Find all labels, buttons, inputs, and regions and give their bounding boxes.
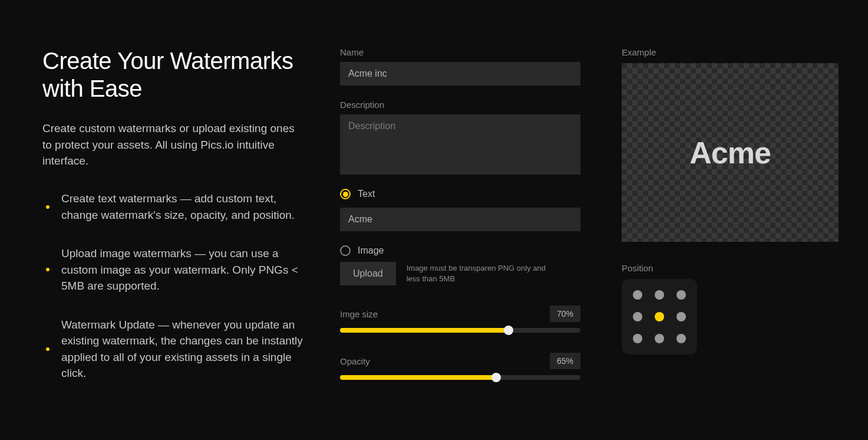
opacity-label: Opacity <box>340 356 370 366</box>
upload-button[interactable]: Upload <box>340 262 396 285</box>
opacity-slider[interactable] <box>340 375 580 380</box>
position-cell-2[interactable] <box>672 286 690 304</box>
radio-icon <box>340 189 351 199</box>
position-cell-7[interactable] <box>651 329 669 347</box>
opacity-value: 65% <box>550 353 580 369</box>
position-dot-icon <box>655 312 664 321</box>
radio-text-label: Text <box>358 189 375 199</box>
page-title: Create Your Watermarks with Ease <box>42 47 305 103</box>
position-dot-icon <box>676 334 686 343</box>
position-cell-5[interactable] <box>672 308 690 326</box>
position-dot-icon <box>633 334 642 343</box>
name-label: Name <box>340 47 580 57</box>
position-grid <box>622 279 697 354</box>
example-watermark-text: Acme <box>689 135 771 170</box>
upload-hint: Image must be transparen PNG only and le… <box>407 263 560 284</box>
description-textarea[interactable] <box>340 114 580 175</box>
position-cell-8[interactable] <box>672 329 690 347</box>
image-size-value: 70% <box>550 306 580 322</box>
position-dot-icon <box>633 312 642 321</box>
feature-bullet: Upload image watermarks — you can use a … <box>42 245 305 294</box>
radio-image-label: Image <box>358 245 384 256</box>
position-cell-6[interactable] <box>629 329 647 347</box>
type-image-radio[interactable]: Image <box>340 245 580 256</box>
position-dot-icon <box>633 290 642 300</box>
radio-icon <box>340 245 351 256</box>
position-dot-icon <box>655 334 664 343</box>
image-size-label: Imge size <box>340 309 378 319</box>
feature-bullet: Create text watermarks — add custom text… <box>42 191 305 223</box>
position-label: Position <box>622 263 846 273</box>
feature-bullet: Watermark Update — whenever you update a… <box>42 317 305 382</box>
position-dot-icon <box>676 312 686 321</box>
example-preview: Acme <box>622 63 839 242</box>
position-dot-icon <box>676 290 686 300</box>
type-text-radio[interactable]: Text <box>340 189 580 199</box>
page-subtitle: Create custom watermarks or upload exist… <box>42 120 305 169</box>
position-dot-icon <box>655 290 664 300</box>
position-cell-4[interactable] <box>651 308 669 326</box>
position-cell-1[interactable] <box>651 286 669 304</box>
image-size-slider[interactable] <box>340 328 580 333</box>
position-cell-0[interactable] <box>629 286 647 304</box>
position-cell-3[interactable] <box>629 308 647 326</box>
name-input[interactable] <box>340 62 580 86</box>
example-label: Example <box>622 47 846 57</box>
watermark-text-input[interactable] <box>340 208 580 231</box>
description-label: Description <box>340 100 580 110</box>
